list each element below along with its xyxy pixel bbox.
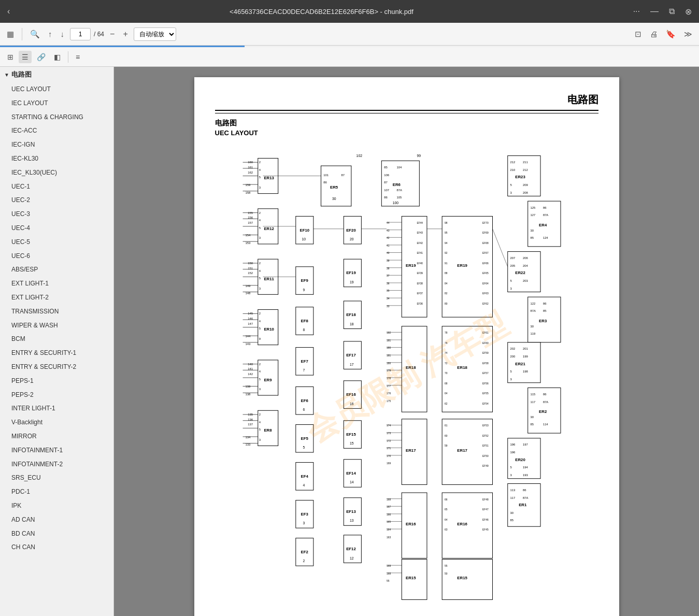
svg-text:ER8: ER8 xyxy=(264,428,272,433)
sidebar-item-v-backlight[interactable]: V-Backlight xyxy=(0,416,113,429)
sidebar-item-uec-6[interactable]: UEC-6 xyxy=(0,249,113,263)
sidebar-item-transmission[interactable]: TRANSMISSION xyxy=(0,305,113,319)
sidebar-item-wiper-wash[interactable]: WIPER & WASH xyxy=(0,319,113,333)
svg-text:ER6: ER6 xyxy=(392,182,401,187)
next-page-button[interactable]: ↓ xyxy=(58,27,67,40)
sidebar-item-uec-5[interactable]: UEC-5 xyxy=(0,235,113,249)
sidebar-item-peps-1[interactable]: PEPS-1 xyxy=(0,374,113,388)
more-tools-button[interactable]: ≫ xyxy=(681,27,695,41)
svg-rect-376 xyxy=(442,560,492,600)
svg-text:86: 86 xyxy=(543,302,546,305)
svg-text:144: 144 xyxy=(245,335,250,338)
sidebar-item-infotainment-2[interactable]: INFOTAINMENT-2 xyxy=(0,457,113,471)
more-button[interactable]: ··· xyxy=(631,5,642,18)
svg-text:168: 168 xyxy=(387,572,391,575)
sidebar-section-header[interactable]: ▼ 电路图 xyxy=(0,67,113,82)
sidebar-item-iec-layout[interactable]: IEC LAYOUT xyxy=(0,96,113,110)
sidebar-item-ext-light-1[interactable]: EXT LIGHT-1 xyxy=(0,277,113,291)
svg-text:157: 157 xyxy=(248,221,253,224)
sidebar-item-entry-security-2[interactable]: ENTRY & SECURITY-2 xyxy=(0,360,113,374)
svg-text:5: 5 xyxy=(510,370,511,373)
svg-text:3: 3 xyxy=(259,236,260,239)
svg-text:125: 125 xyxy=(530,206,535,209)
svg-text:64: 64 xyxy=(445,392,448,395)
grid-view-button[interactable]: ⊞ xyxy=(4,51,17,63)
svg-text:192: 192 xyxy=(387,332,391,334)
filter-button[interactable]: ≡ xyxy=(73,51,83,63)
svg-text:87: 87 xyxy=(384,181,387,184)
svg-text:205: 205 xyxy=(510,264,515,267)
list-view-button[interactable]: ☰ xyxy=(19,51,32,63)
layers-button[interactable]: ◧ xyxy=(51,51,64,63)
sidebar-item-inter-light-1[interactable]: INTER LIGHT-1 xyxy=(0,402,113,416)
svg-text:165: 165 xyxy=(387,521,391,523)
sidebar-item-iec-acc[interactable]: IEC-ACC xyxy=(0,124,113,138)
svg-text:122: 122 xyxy=(530,302,535,305)
svg-text:114: 114 xyxy=(543,423,548,426)
sidebar-item-mirror[interactable]: MIRROR xyxy=(0,429,113,443)
svg-text:5: 5 xyxy=(510,279,511,282)
print-button[interactable]: 🖨 xyxy=(647,27,660,40)
attachments-button[interactable]: 🔗 xyxy=(34,51,49,63)
svg-text:82: 82 xyxy=(445,292,448,295)
svg-text:EF38: EF38 xyxy=(417,282,423,285)
sidebar-item-infotainment-1[interactable]: INFOTAINMENT-1 xyxy=(0,443,113,457)
sidebar-item-starting-charging[interactable]: STARTING & CHARGING xyxy=(0,110,113,124)
sidebar-item-iec-kl30[interactable]: IEC-KL30 xyxy=(0,152,113,166)
back-button[interactable]: ‹ xyxy=(5,5,12,18)
sidebar-item-uec-4[interactable]: UEC-4 xyxy=(0,221,113,235)
sidebar-item-iec-ign[interactable]: IEC-IGN xyxy=(0,138,113,152)
svg-text:3: 3 xyxy=(259,388,260,391)
svg-text:EF18: EF18 xyxy=(346,312,356,317)
pdf-content-area[interactable]: 电路图 电路图 UEC LAYOUT 会员限制 汽车型 ER13 160 161 xyxy=(114,67,699,616)
sidebar-item-ch-can[interactable]: CH CAN xyxy=(0,540,113,554)
prev-page-button[interactable]: ↑ xyxy=(46,27,55,40)
zoom-in-button[interactable]: + xyxy=(120,28,130,40)
svg-text:ER3: ER3 xyxy=(539,319,547,323)
search-button[interactable]: 🔍 xyxy=(27,27,42,41)
close-button[interactable]: ⊗ xyxy=(683,5,694,19)
zoom-select[interactable]: 自动缩放 实际大小 适合页面 适合宽度 50% 75% 100% 125% 15… xyxy=(134,27,176,41)
minimize-button[interactable]: — xyxy=(648,5,661,18)
svg-text:210: 210 xyxy=(510,168,515,171)
sidebar-item-uec-2[interactable]: UEC-2 xyxy=(0,193,113,207)
sidebar-item-ipk[interactable]: IPK xyxy=(0,499,113,513)
sidebar-item-bd-can[interactable]: BD CAN xyxy=(0,527,113,541)
svg-text:167: 167 xyxy=(387,506,391,508)
svg-text:ER16: ER16 xyxy=(457,522,467,526)
page-number-input[interactable] xyxy=(70,28,91,40)
presentation-button[interactable]: ⊡ xyxy=(632,27,644,41)
svg-text:30: 30 xyxy=(332,197,336,200)
svg-text:EF66: EF66 xyxy=(482,262,489,265)
bookmark-button[interactable]: 🔖 xyxy=(663,27,678,41)
sidebar-item-abs-esp[interactable]: ABS/ESP xyxy=(0,263,113,277)
svg-text:EF54: EF54 xyxy=(482,403,489,405)
sidebar-item-uec-3[interactable]: UEC-3 xyxy=(0,207,113,221)
sidebar-item-peps-2[interactable]: PEPS-2 xyxy=(0,388,113,402)
sidebar-item-entry-security-1[interactable]: ENTRY & SECURITY-1 xyxy=(0,346,113,360)
page-total-label: / 64 xyxy=(94,31,104,38)
svg-text:169: 169 xyxy=(387,462,391,465)
svg-text:203: 203 xyxy=(522,279,527,282)
svg-text:85: 85 xyxy=(530,423,533,426)
sidebar-item-srs-ecu[interactable]: SRS_ECU xyxy=(0,471,113,485)
sidebar-item-bcm[interactable]: BCM xyxy=(0,332,113,346)
sidebar-item-iec-kl30-uec[interactable]: IEC_KL30(UEC) xyxy=(0,166,113,180)
sidebar-item-uec-layout[interactable]: UEC LAYOUT xyxy=(0,82,113,96)
svg-text:2: 2 xyxy=(259,312,260,315)
zoom-out-button[interactable]: − xyxy=(107,28,117,40)
svg-text:133: 133 xyxy=(245,443,250,446)
svg-text:209: 209 xyxy=(522,183,527,187)
sidebar-item-uec-1[interactable]: UEC-1 xyxy=(0,180,113,194)
svg-text:12: 12 xyxy=(349,556,353,560)
circuit-diagram-svg: ER13 160 161 162 2 4 5 3 159 158 xyxy=(215,145,598,611)
sidebar: ▼ 电路图 UEC LAYOUT IEC LAYOUT STARTING & C… xyxy=(0,67,114,616)
restore-button[interactable]: ⧉ xyxy=(667,5,677,18)
svg-text:43: 43 xyxy=(387,230,390,232)
sidebar-item-ad-can[interactable]: AD CAN xyxy=(0,513,113,527)
sidebar-toggle-button[interactable]: ▦ xyxy=(4,27,17,41)
sidebar-item-pdc-1[interactable]: PDC-1 xyxy=(0,485,113,499)
sidebar-item-ext-light-2[interactable]: EXT LIGHT-2 xyxy=(0,291,113,305)
svg-text:5: 5 xyxy=(259,226,260,230)
svg-text:EF2: EF2 xyxy=(301,550,308,554)
